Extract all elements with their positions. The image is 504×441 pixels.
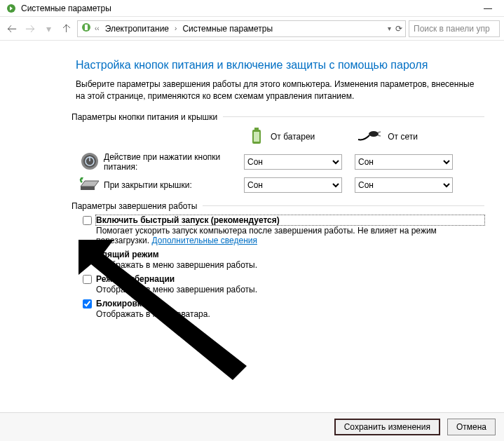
hibernate-title: Режим гибернации bbox=[96, 274, 257, 284]
page-title: Настройка кнопок питания и включение защ… bbox=[76, 59, 484, 72]
divider bbox=[203, 205, 484, 206]
page-intro: Выберите параметры завершения работы для… bbox=[76, 79, 484, 102]
group-power-label: Параметры кнопки питания и крышки bbox=[71, 112, 223, 122]
power-button-label: Действие при нажатии кнопки питания: bbox=[104, 152, 244, 172]
recent-dropdown[interactable]: ▾ bbox=[41, 21, 56, 36]
forward-button[interactable]: 🡢 bbox=[22, 21, 38, 36]
up-button[interactable]: 🡡 bbox=[59, 21, 74, 36]
cancel-button[interactable]: Отмена bbox=[447, 419, 496, 435]
battery-icon bbox=[250, 128, 264, 147]
hibernate-checkbox[interactable] bbox=[83, 275, 92, 284]
power-button-battery-select[interactable]: Сон bbox=[244, 154, 342, 170]
battery-column-label: От батареи bbox=[271, 132, 315, 142]
fast-startup-title: Включить быстрый запуск (рекомендуется) bbox=[96, 215, 484, 225]
sleep-title: Спящий режим bbox=[96, 250, 257, 259]
breadcrumb-chevron[interactable]: ‹‹ bbox=[95, 25, 100, 32]
group-shutdown-label: Параметры завершения работы bbox=[71, 201, 203, 211]
lock-title: Блокировка bbox=[96, 299, 210, 308]
minimize-button[interactable]: — bbox=[477, 4, 498, 13]
power-button-ac-select[interactable]: Сон bbox=[355, 154, 453, 170]
ac-column-label: От сети bbox=[388, 132, 418, 142]
refresh-button[interactable]: ⟳ bbox=[395, 24, 402, 34]
save-button[interactable]: Сохранить изменения bbox=[334, 419, 440, 435]
plug-icon bbox=[357, 130, 381, 144]
fast-startup-checkbox[interactable] bbox=[83, 216, 92, 225]
breadcrumb-power[interactable]: Электропитание bbox=[102, 22, 172, 35]
sleep-desc: Отображать в меню завершения работы. bbox=[96, 260, 257, 270]
svg-line-8 bbox=[378, 135, 381, 136]
control-panel-icon bbox=[81, 22, 92, 35]
sleep-checkbox[interactable] bbox=[83, 250, 92, 259]
svg-rect-5 bbox=[254, 132, 259, 142]
window-title: Системные параметры bbox=[21, 4, 477, 13]
chevron-right-icon: › bbox=[175, 25, 177, 32]
lid-ac-select[interactable]: Сон bbox=[355, 177, 453, 193]
svg-marker-13 bbox=[81, 181, 99, 186]
svg-rect-2 bbox=[85, 25, 88, 30]
fast-startup-desc-text: Помогает ускорить запуск компьютера посл… bbox=[96, 226, 437, 245]
breadcrumb[interactable]: ‹‹ Электропитание › Системные параметры … bbox=[77, 20, 406, 37]
lid-battery-select[interactable]: Сон bbox=[244, 177, 342, 193]
lock-desc: Отображать в меню аватара. bbox=[96, 309, 210, 319]
lock-checkbox[interactable] bbox=[83, 299, 92, 308]
svg-rect-14 bbox=[81, 186, 95, 190]
app-icon bbox=[6, 3, 17, 14]
lid-label: При закрытии крышки: bbox=[104, 180, 244, 190]
address-dropdown[interactable]: ▾ bbox=[388, 25, 391, 32]
back-button[interactable]: 🡠 bbox=[4, 21, 20, 36]
hibernate-desc: Отображать в меню завершения работы. bbox=[96, 285, 257, 294]
svg-point-6 bbox=[369, 131, 379, 137]
fast-startup-desc: Помогает ускорить запуск компьютера посл… bbox=[96, 226, 484, 245]
more-info-link[interactable]: Дополнительные сведения bbox=[151, 236, 257, 245]
lid-icon bbox=[79, 177, 100, 194]
breadcrumb-system[interactable]: Системные параметры bbox=[179, 22, 275, 35]
search-placeholder: Поиск в панели упр bbox=[414, 24, 490, 34]
divider bbox=[223, 116, 484, 117]
power-button-icon bbox=[81, 152, 99, 172]
search-input[interactable]: Поиск в панели упр bbox=[409, 20, 500, 37]
svg-rect-3 bbox=[254, 128, 259, 130]
svg-line-7 bbox=[378, 132, 381, 133]
